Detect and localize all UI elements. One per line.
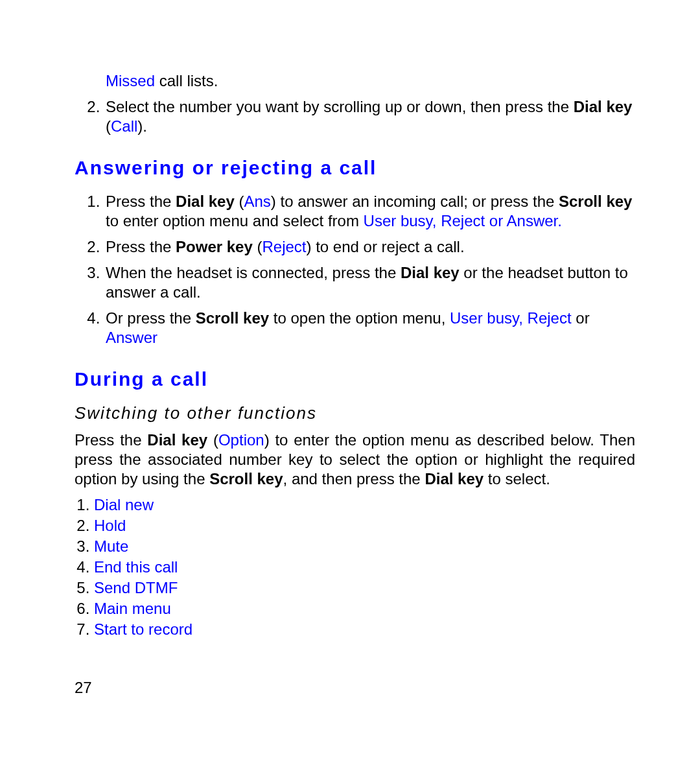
list-item: When the headset is connected, press the… — [104, 263, 635, 302]
intro-list: Missed call lists. Select the number you… — [75, 71, 635, 136]
text: ( — [235, 193, 244, 210]
text: ( — [106, 117, 111, 135]
text: ) to answer an incoming call; or press t… — [271, 193, 559, 210]
text: Press the — [106, 238, 176, 255]
text-ans: Ans — [244, 193, 270, 210]
list-item: Main menu — [94, 599, 635, 618]
heading-during-call: During a call — [75, 367, 635, 392]
page-number: 27 — [75, 678, 635, 698]
option-label: Send DTMF — [94, 579, 178, 596]
text: ( — [207, 431, 218, 449]
text: call lists. — [155, 72, 218, 89]
text: to open the option menu, — [269, 309, 450, 327]
text-scroll-key: Scroll key — [559, 193, 632, 210]
answer-reject-list: Press the Dial key (Ans) to answer an in… — [75, 192, 635, 347]
list-item: Press the Dial key (Ans) to answer an in… — [104, 192, 635, 231]
text-missed: Missed — [106, 72, 155, 89]
option-label: Start to record — [94, 620, 192, 638]
text-dial-key: Dial key — [147, 431, 207, 449]
text-answer: Answer — [106, 329, 158, 346]
text-dial-key: Dial key — [574, 98, 633, 115]
text: Or press the — [106, 309, 196, 327]
text: ). — [137, 117, 147, 135]
list-item: Start to record — [94, 620, 635, 639]
text: Select the number you want by scrolling … — [106, 98, 574, 115]
text-dial-key: Dial key — [401, 264, 460, 281]
intro-item-2: Select the number you want by scrolling … — [104, 97, 635, 136]
text-scroll-key: Scroll key — [209, 470, 283, 488]
intro-line-missed: Missed call lists. — [104, 71, 635, 91]
switching-paragraph: Press the Dial key (Option) to enter the… — [75, 430, 635, 489]
list-item: Or press the Scroll key to open the opti… — [104, 309, 635, 347]
option-label: Hold — [94, 517, 126, 534]
text: , and then press the — [283, 470, 425, 488]
option-label: Main menu — [94, 600, 171, 617]
text-power-key: Power key — [176, 238, 253, 255]
option-label: End this call — [94, 558, 178, 576]
heading-answering-rejecting: Answering or rejecting a call — [75, 156, 635, 180]
text-call: Call — [111, 117, 137, 135]
subheading-switching: Switching to other functions — [75, 403, 635, 424]
list-item: Press the Power key (Reject) to end or r… — [104, 237, 635, 257]
option-label: Mute — [94, 537, 128, 555]
document-page: Missed call lists. Select the number you… — [0, 0, 700, 723]
text: Press the — [106, 193, 176, 210]
text: ) to end or reject a call. — [306, 238, 464, 255]
text: Press the — [75, 431, 147, 449]
list-item: Mute — [94, 537, 635, 556]
list-item: Dial new — [94, 495, 635, 515]
text-scroll-key: Scroll key — [196, 309, 269, 327]
text: ( — [253, 238, 262, 255]
list-item: Send DTMF — [94, 578, 635, 598]
text: to select. — [484, 470, 550, 488]
list-item: End this call — [94, 558, 635, 577]
text-options: User busy, Reject — [450, 309, 572, 327]
text-option: Option — [218, 431, 264, 449]
text-reject: Reject — [262, 238, 306, 255]
text: or — [572, 309, 590, 327]
text: When the headset is connected, press the — [106, 264, 401, 281]
text-dial-key: Dial key — [425, 470, 484, 488]
options-list: Dial new Hold Mute End this call Send DT… — [75, 495, 635, 639]
list-item: Hold — [94, 516, 635, 535]
text: to enter option menu and select from — [106, 212, 364, 229]
text-options: User busy, Reject or Answer. — [364, 212, 562, 229]
text-dial-key: Dial key — [176, 193, 235, 210]
option-label: Dial new — [94, 496, 154, 513]
